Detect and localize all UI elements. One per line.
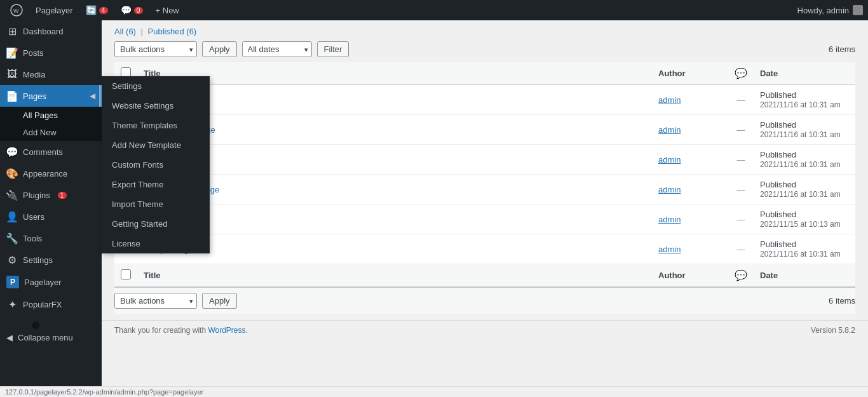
row-author-link-1[interactable]: admin <box>658 125 681 135</box>
footer-select-all-checkbox[interactable] <box>121 269 131 279</box>
dashboard-icon: ⊞ <box>6 25 18 37</box>
sidebar-label-tools: Tools <box>23 234 42 243</box>
sidebar-item-media[interactable]: 🖼 Media <box>0 64 102 85</box>
howdy-section[interactable]: Howdy, admin <box>797 5 863 15</box>
all-dates-wrapper: All dates <box>242 41 312 57</box>
appearance-icon: 🎨 <box>6 168 18 179</box>
row-comments-4: — <box>728 205 754 234</box>
sidebar-label-pages: Pages <box>23 91 46 101</box>
table-row: Privacy Policy admin — Published 2021/11… <box>114 205 855 234</box>
table-row: Sample Page admin — Published 2021/11/16… <box>114 234 855 264</box>
row-date-1: Published 2021/11/16 at 10:31 am <box>754 115 855 145</box>
dropdown-item-theme-templates[interactable]: Theme Templates <box>102 116 210 135</box>
bottom-apply-button[interactable]: Apply <box>202 293 237 309</box>
comment-icon: 💬 <box>121 5 132 15</box>
date-column-header: Date <box>754 62 855 85</box>
dropdown-item-website-settings[interactable]: Website Settings <box>102 96 210 116</box>
sidebar-item-comments[interactable]: 💬 Comments <box>0 141 102 163</box>
table-row: About admin — Published 2021/11/16 at 10… <box>114 85 855 115</box>
row-date-4: Published 2021/11/15 at 10:13 am <box>754 205 855 234</box>
dropdown-item-add-new-template[interactable]: Add New Template <box>102 135 210 155</box>
comment-header-icon: 💬 <box>735 68 747 79</box>
settings-icon: ⚙ <box>6 254 18 266</box>
wp-footer: Thank you for creating with WordPress. V… <box>102 320 868 340</box>
table-row: Home — Front Page admin — Published 2021… <box>114 175 855 205</box>
sidebar-item-pagelayer[interactable]: P Pagelayer <box>0 271 102 293</box>
dropdown-item-import-theme[interactable]: Import Theme <box>102 194 210 214</box>
dropdown-item-settings[interactable]: Settings <box>102 76 210 96</box>
media-icon: 🖼 <box>6 69 18 80</box>
row-author-link-4[interactable]: admin <box>658 215 681 224</box>
users-icon: 👤 <box>6 211 18 222</box>
wp-logo-bar-item[interactable]: W <box>5 0 28 20</box>
posts-icon: 📝 <box>6 47 18 58</box>
admin-avatar <box>853 5 863 15</box>
collapse-menu-button[interactable]: ◀ Collapse menu <box>0 328 102 347</box>
sidebar-item-popularfx[interactable]: ✦ PopularFX <box>0 293 102 315</box>
status-bar: All (6) | Published (6) <box>114 27 855 36</box>
title-column-header: Title <box>137 62 652 85</box>
url-text: 127.0.0.1/pagelayer5.2.2/wp-admin/admin.… <box>5 388 203 396</box>
table-header-row: Title Author 💬 Date <box>114 62 855 85</box>
comments-bar-item[interactable]: 💬 0 <box>116 0 148 20</box>
table-row: Contact admin — Published 2021/11/16 at … <box>114 145 855 175</box>
items-count: 6 items <box>829 44 855 54</box>
howdy-text: Howdy, admin <box>797 6 849 15</box>
sidebar-submenu-add-new[interactable]: Add New <box>0 124 102 141</box>
row-comments-0: — <box>728 85 754 115</box>
bulk-actions-select[interactable]: Bulk actions <box>114 41 197 57</box>
row-author-link-3[interactable]: admin <box>658 185 681 194</box>
sidebar-label-comments: Comments <box>23 147 63 157</box>
dropdown-item-getting-started[interactable]: Getting Started <box>102 214 210 234</box>
filter-button[interactable]: Filter <box>317 41 349 57</box>
collapse-menu-label: Collapse menu <box>18 333 73 342</box>
sidebar-item-users[interactable]: 👤 Users <box>0 206 102 227</box>
row-date-0: Published 2021/11/16 at 10:31 am <box>754 85 855 115</box>
row-author-link-2[interactable]: admin <box>658 155 681 165</box>
date-col-label: Date <box>760 69 778 78</box>
pagelayer-icon: P <box>6 276 19 288</box>
dropdown-item-license[interactable]: License <box>102 234 210 253</box>
site-name-bar-item[interactable]: Pagelayer <box>31 0 78 20</box>
comments-icon: 💬 <box>6 146 18 158</box>
row-date-3: Published 2021/11/16 at 10:31 am <box>754 175 855 205</box>
sidebar-submenu-all-pages[interactable]: All Pages <box>0 107 102 124</box>
update-icon: 🔄 <box>86 5 97 15</box>
published-status-link[interactable]: Published (6) <box>148 27 197 36</box>
bulk-actions-wrapper: Bulk actions <box>114 41 197 57</box>
plugins-badge: 1 <box>58 192 67 199</box>
bottom-items-count: 6 items <box>829 296 855 306</box>
updates-bar-item[interactable]: 🔄 4 <box>81 0 113 20</box>
sidebar-label-appearance: Appearance <box>23 169 67 178</box>
svg-text:W: W <box>13 8 19 14</box>
sidebar-label-dashboard: Dashboard <box>23 27 64 36</box>
footer-title-col: Title <box>137 264 652 287</box>
comment-footer-icon: 💬 <box>735 270 747 281</box>
row-comments-1: — <box>728 115 754 145</box>
table-footer-row: Title Author 💬 Date <box>114 264 855 287</box>
sidebar-label-posts: Posts <box>23 48 44 58</box>
apply-button[interactable]: Apply <box>202 41 237 57</box>
all-dates-select[interactable]: All dates <box>242 41 312 57</box>
sidebar-item-pages[interactable]: 📄 Pages ◀ <box>0 85 102 107</box>
bottom-bulk-actions-select[interactable]: Bulk actions <box>114 293 197 309</box>
new-content-bar-item[interactable]: + New <box>151 0 184 20</box>
row-comments-2: — <box>728 145 754 175</box>
sidebar-item-tools[interactable]: 🔧 Tools <box>0 227 102 249</box>
url-bar: 127.0.0.1/pagelayer5.2.2/wp-admin/admin.… <box>0 386 868 397</box>
collapse-arrow-icon: ◀ <box>6 333 13 342</box>
row-author-link-0[interactable]: admin <box>658 95 681 105</box>
row-author-link-5[interactable]: admin <box>658 245 681 254</box>
admin-bar: W Pagelayer 🔄 4 💬 0 + New Howdy, admin <box>0 0 868 20</box>
dropdown-item-export-theme[interactable]: Export Theme <box>102 175 210 194</box>
wp-link[interactable]: WordPress <box>208 326 245 335</box>
sidebar-item-dashboard[interactable]: ⊞ Dashboard <box>0 20 102 42</box>
row-comments-5: — <box>728 234 754 264</box>
sidebar-item-posts[interactable]: 📝 Posts <box>0 42 102 64</box>
pages-icon: 📄 <box>6 90 18 102</box>
dropdown-item-custom-fonts[interactable]: Custom Fonts <box>102 155 210 175</box>
sidebar-item-appearance[interactable]: 🎨 Appearance <box>0 163 102 184</box>
all-status-link[interactable]: All (6) <box>114 27 136 36</box>
sidebar-item-settings[interactable]: ⚙ Settings <box>0 249 102 271</box>
sidebar-item-plugins[interactable]: 🔌 Plugins 1 <box>0 184 102 206</box>
